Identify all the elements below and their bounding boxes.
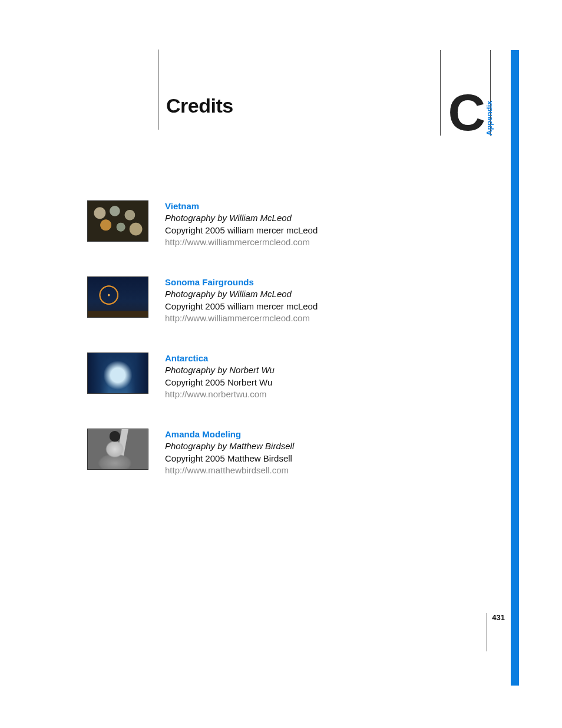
credit-copyright: Copyright 2005 william mercer mcLeod bbox=[165, 301, 318, 312]
credit-entry: Vietnam Photography by William McLeod Co… bbox=[87, 200, 405, 248]
credit-text: Vietnam Photography by William McLeod Co… bbox=[165, 200, 318, 248]
page-number-wrap: 431 bbox=[487, 613, 505, 651]
appendix-marker: C Appendix bbox=[440, 50, 506, 136]
credit-byline: Photography by Matthew Birdsell bbox=[165, 440, 294, 452]
page-title: Credits bbox=[166, 94, 233, 117]
credit-url: http://www.williammercermcleod.com bbox=[165, 312, 318, 324]
credit-text: Amanda Modeling Photography by Matthew B… bbox=[165, 429, 294, 476]
credit-url: http://www.norbertwu.com bbox=[165, 388, 275, 400]
title-rule bbox=[158, 50, 158, 130]
credit-url: http://www.matthewbirdsell.com bbox=[165, 465, 294, 476]
appendix-letter-wrap: C bbox=[440, 50, 490, 136]
credit-entry: Amanda Modeling Photography by Matthew B… bbox=[87, 429, 405, 476]
appendix-label-wrap: Appendix bbox=[490, 50, 506, 136]
credit-title: Antarctica bbox=[165, 353, 275, 364]
credit-title: Vietnam bbox=[165, 200, 318, 212]
appendix-label: Appendix bbox=[485, 101, 494, 136]
credit-byline: Photography by Norbert Wu bbox=[165, 364, 275, 376]
appendix-letter: C bbox=[448, 89, 483, 136]
credit-text: Antarctica Photography by Norbert Wu Cop… bbox=[165, 353, 275, 400]
credit-text: Sonoma Fairgrounds Photography by Willia… bbox=[165, 276, 318, 324]
credit-byline: Photography by William McLeod bbox=[165, 212, 318, 224]
credit-byline: Photography by William McLeod bbox=[165, 288, 318, 300]
credit-thumbnail bbox=[87, 276, 148, 318]
side-accent-bar bbox=[511, 50, 519, 686]
credit-thumbnail bbox=[87, 200, 148, 242]
credits-list: Vietnam Photography by William McLeod Co… bbox=[87, 200, 405, 505]
credit-url: http://www.williammercermcleod.com bbox=[165, 236, 318, 248]
credit-copyright: Copyright 2005 Norbert Wu bbox=[165, 377, 275, 388]
credit-copyright: Copyright 2005 Matthew Birdsell bbox=[165, 453, 294, 465]
credit-title: Amanda Modeling bbox=[165, 429, 294, 440]
credit-copyright: Copyright 2005 william mercer mcLeod bbox=[165, 225, 318, 236]
credit-entry: Antarctica Photography by Norbert Wu Cop… bbox=[87, 353, 405, 400]
credit-thumbnail bbox=[87, 353, 148, 394]
credit-title: Sonoma Fairgrounds bbox=[165, 276, 318, 288]
credit-entry: Sonoma Fairgrounds Photography by Willia… bbox=[87, 276, 405, 324]
credit-thumbnail bbox=[87, 429, 148, 470]
page-number: 431 bbox=[492, 613, 505, 622]
